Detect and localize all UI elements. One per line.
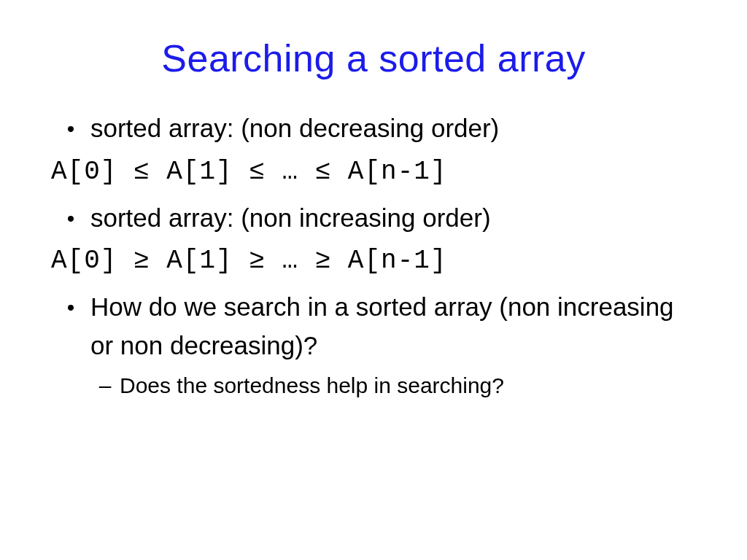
bullet-icon: • — [51, 288, 90, 324]
sub-bullet-text: Does the sortedness help in searching? — [120, 369, 504, 402]
slide-content: • sorted array: (non decreasing order) A… — [51, 109, 696, 402]
bullet-icon: • — [51, 109, 90, 145]
bullet-text: sorted array: (non increasing order) — [90, 199, 696, 238]
code-line: A[0] ≥ A[1] ≥ … ≥ A[n-1] — [51, 241, 696, 281]
slide-title: Searching a sorted array — [51, 36, 696, 80]
code-line: A[0] ≤ A[1] ≤ … ≤ A[n-1] — [51, 152, 696, 192]
slide: Searching a sorted array • sorted array:… — [0, 0, 747, 560]
dash-icon: – — [90, 369, 120, 402]
sub-bullet-item: – Does the sortedness help in searching? — [51, 369, 696, 402]
bullet-text: sorted array: (non decreasing order) — [90, 109, 696, 148]
bullet-icon: • — [51, 199, 90, 235]
bullet-item: • sorted array: (non decreasing order) — [51, 109, 696, 148]
bullet-item: • sorted array: (non increasing order) — [51, 199, 696, 238]
bullet-item: • How do we search in a sorted array (no… — [51, 288, 696, 365]
bullet-text: How do we search in a sorted array (non … — [90, 288, 696, 365]
